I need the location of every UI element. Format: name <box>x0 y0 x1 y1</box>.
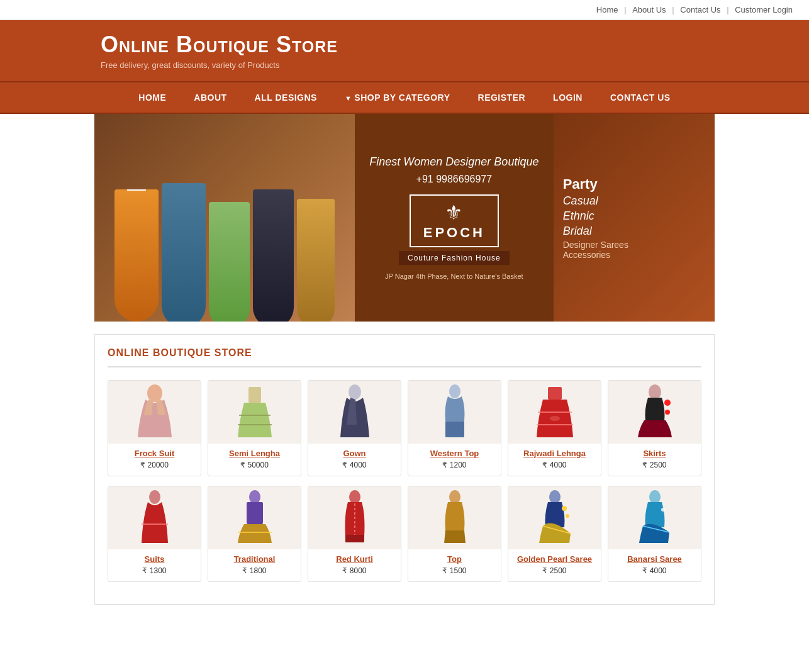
lengha-svg <box>233 384 277 440</box>
site-title: Online Boutique Store <box>101 31 790 58</box>
svg-point-0 <box>147 384 162 402</box>
cat-bridal: Bridal <box>563 225 705 238</box>
product-price-rajwadi-lehnga: ₹ 4000 <box>508 461 601 469</box>
svg-rect-6 <box>445 422 464 437</box>
nav-home[interactable]: HOME <box>125 82 180 113</box>
product-name-golden-pearl-saree[interactable]: Golden Pearl Saree <box>511 554 598 564</box>
epoch-symbol: ⚜ <box>423 201 485 225</box>
dress-floral <box>162 183 206 322</box>
svg-point-5 <box>449 384 460 398</box>
banner-subtitle: Finest Women Designer Boutique <box>369 155 538 169</box>
product-price-frock-suit: ₹ 20000 <box>108 461 201 469</box>
topbar-customer-login-link[interactable]: Customer Login <box>735 5 793 14</box>
product-name-top[interactable]: Top <box>411 554 498 564</box>
dress-svg <box>133 384 177 440</box>
svg-point-23 <box>549 490 561 504</box>
product-price-golden-pearl-saree: ₹ 2500 <box>508 566 601 575</box>
svg-point-26 <box>566 514 569 518</box>
cat-ethnic: Ethnic <box>563 210 705 223</box>
product-price-top: ₹ 1500 <box>408 566 501 575</box>
cat-designer-sarees: Designer Sarees <box>563 240 705 250</box>
cat-accessories: Accessories <box>563 250 705 260</box>
product-card-western-top: Western Top ₹ 1200 <box>408 380 501 476</box>
main-nav: HOME ABOUT ALL DESIGNS ▼SHOP BY CATEGORY… <box>0 81 809 114</box>
product-card-gown: Gown ₹ 4000 <box>308 380 401 476</box>
epoch-name: EPOCH <box>423 225 485 241</box>
top-svg <box>433 384 477 440</box>
dress-orange <box>114 189 159 322</box>
dress-green <box>209 202 250 322</box>
nav-about[interactable]: ABOUT <box>180 82 240 113</box>
product-image-red-kurti <box>308 486 401 549</box>
product-name-gown[interactable]: Gown <box>311 449 398 458</box>
product-name-red-kurti[interactable]: Red Kurti <box>311 554 398 564</box>
svg-point-14 <box>149 490 160 504</box>
product-card-red-kurti: Red Kurti ₹ 8000 <box>308 486 401 582</box>
product-image-golden-pearl-saree <box>508 486 601 549</box>
topbar-contact-link[interactable]: Contact Us <box>680 5 720 14</box>
product-name-suits[interactable]: Suits <box>111 554 198 564</box>
nav-register[interactable]: REGISTER <box>464 82 540 113</box>
product-price-suits: ₹ 1300 <box>108 566 201 575</box>
product-price-traditional: ₹ 1800 <box>208 566 301 575</box>
nav-contact-us[interactable]: CONTACT US <box>596 82 684 113</box>
nav-login[interactable]: LOGIN <box>539 82 596 113</box>
product-price-red-kurti: ₹ 8000 <box>308 566 401 575</box>
product-card-skirts: Skirts ₹ 2500 <box>608 380 701 476</box>
product-card-golden-pearl-saree: Golden Pearl Saree ₹ 2500 <box>508 486 601 582</box>
product-name-frock-suit[interactable]: Frock Suit <box>111 449 198 458</box>
banner-phone: +91 9986696977 <box>416 174 493 185</box>
top2-svg <box>433 490 477 546</box>
product-name-skirts[interactable]: Skirts <box>611 449 698 458</box>
traditional-svg <box>233 490 277 546</box>
banner-container: Finest Women Designer Boutique +91 99866… <box>94 114 715 322</box>
skirts-svg <box>633 384 677 440</box>
banarsi-svg <box>633 490 677 546</box>
saree-svg <box>533 490 577 546</box>
product-price-skirts: ₹ 2500 <box>608 461 701 469</box>
product-image-western-top <box>408 381 501 444</box>
cat-casual: Casual <box>563 194 705 208</box>
topbar-about-link[interactable]: About Us <box>632 5 666 14</box>
product-price-western-top: ₹ 1200 <box>408 461 501 469</box>
rajwadi-svg <box>533 384 577 440</box>
svg-rect-21 <box>345 535 364 542</box>
svg-rect-17 <box>247 502 263 524</box>
product-name-traditional[interactable]: Traditional <box>211 554 298 564</box>
product-name-semi-lengha[interactable]: Semi Lengha <box>211 449 298 458</box>
svg-point-13 <box>665 410 670 415</box>
banner: Finest Women Designer Boutique +91 99866… <box>94 114 715 322</box>
product-card-top: Top ₹ 1500 <box>408 486 501 582</box>
svg-point-19 <box>349 490 360 504</box>
couture-box: Couture Fashion House <box>399 251 510 265</box>
kurti-svg <box>333 490 377 546</box>
product-price-semi-lengha: ₹ 50000 <box>208 461 301 469</box>
svg-point-22 <box>449 490 460 504</box>
product-card-traditional: Traditional ₹ 1800 <box>208 486 301 582</box>
svg-point-16 <box>249 490 260 504</box>
product-row-1: Frock Suit ₹ 20000 Semi Lengha ₹ 50000 <box>108 380 701 476</box>
product-image-frock-suit <box>108 381 201 444</box>
product-image-gown <box>308 381 401 444</box>
epoch-box: ⚜ EPOCH <box>410 194 499 247</box>
nav-all-designs[interactable]: ALL DESIGNS <box>241 82 331 113</box>
dress-golden <box>297 199 335 322</box>
nav-shop-by-category[interactable]: ▼SHOP BY CATEGORY <box>331 82 464 113</box>
product-card-semi-lengha: Semi Lengha ₹ 50000 <box>208 380 301 476</box>
product-image-semi-lengha <box>208 381 301 444</box>
product-card-frock-suit: Frock Suit ₹ 20000 <box>108 380 201 476</box>
svg-point-12 <box>664 400 671 406</box>
product-name-western-top[interactable]: Western Top <box>411 449 498 458</box>
gown-svg <box>333 384 377 440</box>
product-row-2: Suits ₹ 1300 Traditional ₹ 1800 <box>108 486 701 582</box>
dress-black <box>253 189 294 322</box>
product-image-rajwadi-lehnga <box>508 381 601 444</box>
topbar-home-link[interactable]: Home <box>596 5 618 14</box>
product-name-rajwadi-lehnga[interactable]: Rajwadi Lehnga <box>511 449 598 458</box>
svg-point-4 <box>349 384 361 400</box>
product-name-banarsi-saree[interactable]: Banarsi Saree <box>611 554 698 564</box>
top-bar: Home | About Us | Contact Us | Customer … <box>0 0 809 20</box>
svg-point-29 <box>661 508 665 512</box>
site-subtitle: Free delivery, great discounts, variety … <box>101 60 790 70</box>
banner-center-section: Finest Women Designer Boutique +91 99866… <box>355 114 554 322</box>
